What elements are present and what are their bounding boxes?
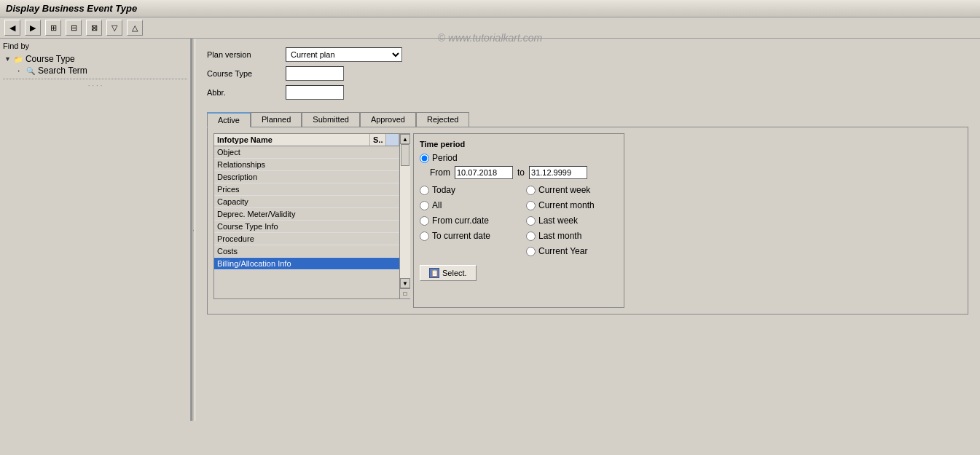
- th-icon: [386, 134, 399, 146]
- all-radio[interactable]: [420, 201, 429, 210]
- tocurrdate-row: To current date: [420, 231, 522, 241]
- scroll-up-button[interactable]: ▲: [400, 134, 410, 144]
- tabs-header: Active Planned Submitted Approved Reject…: [207, 111, 968, 127]
- table-body: Object Relationships Description Prices …: [214, 146, 399, 292]
- back-button[interactable]: ◀: [4, 20, 20, 36]
- curryear-radio[interactable]: [526, 247, 536, 256]
- table-row[interactable]: Relationships: [214, 159, 399, 171]
- tabs-container: Active Planned Submitted Approved Reject…: [207, 111, 968, 314]
- all-row: All: [420, 200, 522, 210]
- table-row[interactable]: Description: [214, 171, 399, 183]
- radio-options-grid: Today Current week All: [420, 185, 618, 259]
- select-icon: 📋: [429, 268, 439, 278]
- to-date-input[interactable]: [529, 166, 587, 179]
- tab-submitted[interactable]: Submitted: [302, 112, 360, 127]
- doc-icon: 🔍: [26, 66, 36, 76]
- scroll-track[interactable]: [400, 144, 410, 278]
- scroll-thumb[interactable]: [401, 144, 409, 166]
- lastweek-row: Last week: [526, 215, 628, 226]
- table-row[interactable]: Procedure: [214, 233, 399, 245]
- title-text: Display Business Event Type: [6, 3, 137, 14]
- time-period-title: Time period: [420, 140, 618, 149]
- lastmonth-row: Last month: [526, 231, 628, 241]
- course-type-label: Course Type: [207, 69, 280, 78]
- tab-approved[interactable]: Approved: [360, 112, 416, 127]
- scroll-down-button[interactable]: ▼: [400, 278, 410, 288]
- forward-button[interactable]: ▶: [25, 20, 41, 36]
- th-s: S..: [370, 134, 386, 146]
- today-row: Today: [420, 185, 522, 195]
- plan-version-label: Plan version: [207, 50, 280, 59]
- today-radio[interactable]: [420, 186, 429, 195]
- lastweek-label: Last week: [538, 215, 578, 226]
- infotype-table: Infotype Name S.. Object Relationships D…: [214, 134, 399, 298]
- from-date-input[interactable]: [455, 166, 513, 179]
- currmonth-radio[interactable]: [526, 201, 536, 210]
- tree-arrow: ▼: [4, 55, 11, 63]
- plan-version-select[interactable]: Current plan: [286, 47, 402, 62]
- scroll-corner: □: [400, 288, 410, 298]
- period-radio[interactable]: [420, 154, 429, 163]
- right-panel: Plan version Current plan Course Type Ab…: [195, 39, 980, 421]
- tab-active[interactable]: Active: [207, 112, 251, 127]
- divider: [3, 79, 187, 79]
- table-row[interactable]: Prices: [214, 183, 399, 196]
- currweek-label: Current week: [538, 185, 590, 195]
- currmonth-row: Current month: [526, 200, 628, 210]
- lastmonth-radio[interactable]: [526, 232, 536, 241]
- dots-indicator: · · · ·: [3, 82, 187, 90]
- toolbar: ◀ ▶ ⊞ ⊟ ⊠ ▽ △ © www.tutorialkart.com: [0, 17, 980, 39]
- infotype-table-container: Infotype Name S.. Object Relationships D…: [213, 133, 410, 299]
- plan-version-row: Plan version Current plan: [207, 47, 968, 62]
- tree-item-search-term[interactable]: · 🔍 Search Term: [3, 65, 187, 76]
- abbr-row: Abbr.: [207, 85, 968, 100]
- tab-inner: Infotype Name S.. Object Relationships D…: [213, 133, 962, 308]
- curryear-row: Current Year: [526, 246, 628, 256]
- table-row-selected[interactable]: Billing/Allocation Info: [214, 258, 399, 270]
- tab-planned[interactable]: Planned: [251, 112, 302, 127]
- currmonth-label: Current month: [538, 200, 595, 210]
- to-label: to: [517, 167, 525, 178]
- table-header: Infotype Name S..: [214, 134, 399, 146]
- toolbar-btn-5[interactable]: △: [127, 20, 143, 36]
- table-row[interactable]: Costs: [214, 245, 399, 258]
- tab-rejected[interactable]: Rejected: [416, 112, 469, 127]
- period-radio-row: Period: [420, 153, 618, 163]
- fromcurrdate-label: From curr.date: [432, 215, 489, 226]
- infotype-section: Infotype Name S.. Object Relationships D…: [213, 133, 410, 308]
- tree-item-course-type[interactable]: ▼ 📁 Course Type: [3, 53, 187, 65]
- fromcurrdate-radio[interactable]: [420, 216, 429, 226]
- curryear-label: Current Year: [538, 246, 587, 256]
- period-label: Period: [432, 153, 458, 163]
- all-label: All: [432, 200, 442, 210]
- abbr-input[interactable]: [286, 85, 344, 100]
- table-row[interactable]: Object: [214, 146, 399, 159]
- currweek-radio[interactable]: [526, 186, 536, 195]
- period-from-row: From to: [420, 166, 618, 179]
- select-label: Select.: [442, 269, 467, 277]
- toolbar-btn-2[interactable]: ⊟: [66, 20, 82, 36]
- toolbar-btn-4[interactable]: ▽: [106, 20, 122, 36]
- course-type-row: Course Type: [207, 66, 968, 81]
- lastmonth-label: Last month: [538, 231, 581, 241]
- select-button[interactable]: 📋 Select.: [420, 265, 477, 281]
- table-row[interactable]: Course Type Info: [214, 221, 399, 233]
- time-period-box: Time period Period From to: [413, 133, 624, 308]
- table-row[interactable]: Deprec. Meter/Validity: [214, 208, 399, 221]
- abbr-label: Abbr.: [207, 88, 280, 97]
- fromcurrdate-row: From curr.date: [420, 215, 522, 226]
- tocurrdate-radio[interactable]: [420, 232, 429, 241]
- today-label: Today: [432, 185, 455, 195]
- currweek-row: Current week: [526, 185, 628, 195]
- tocurrdate-label: To current date: [432, 231, 490, 241]
- from-label: From: [430, 167, 450, 178]
- lastweek-radio[interactable]: [526, 216, 536, 226]
- tree-label-search-term: Search Term: [38, 66, 87, 76]
- course-type-input[interactable]: [286, 66, 344, 81]
- toolbar-btn-1[interactable]: ⊞: [45, 20, 61, 36]
- toolbar-btn-3[interactable]: ⊠: [86, 20, 102, 36]
- table-row[interactable]: Capacity: [214, 196, 399, 208]
- vertical-scrollbar[interactable]: ▲ ▼ □: [399, 134, 409, 298]
- left-panel: Find by ▼ 📁 Course Type · 🔍 Search Term …: [0, 39, 192, 421]
- tree-label-course-type: Course Type: [26, 54, 75, 64]
